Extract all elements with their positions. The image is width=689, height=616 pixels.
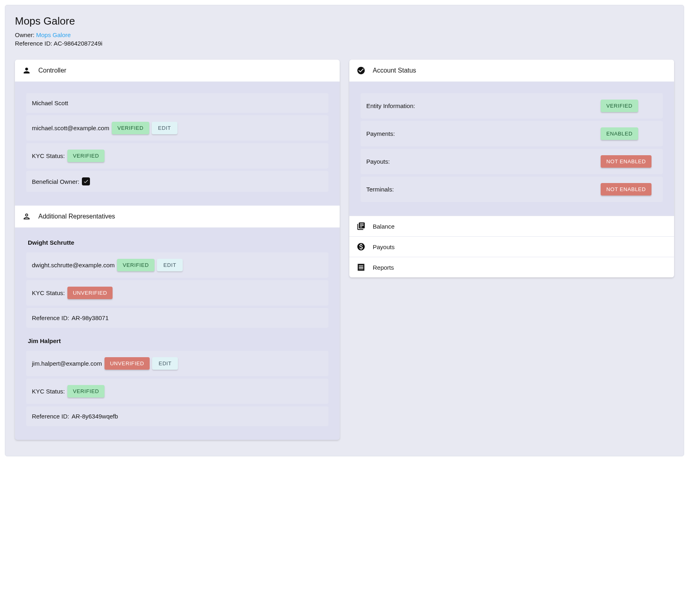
controller-email-status-badge: VERIFIED: [112, 122, 149, 134]
status-badge: ENABLED: [601, 127, 638, 140]
rep-email: jim.halpert@example.com: [32, 360, 102, 367]
controller-header[interactable]: Controller: [15, 60, 340, 82]
rep-kyc-row: KYC Status: VERIFIED: [26, 379, 328, 404]
account-status-body: Entity Information: VERIFIED Payments: E…: [349, 82, 674, 216]
accordion-label: Balance: [373, 223, 395, 230]
status-row-label: Entity Information:: [366, 102, 415, 109]
rep-kyc-row: KYC Status: UNVERIFIED: [26, 280, 328, 306]
status-badge: NOT ENABLED: [601, 183, 651, 196]
controller-name-row: Michael Scott: [26, 93, 328, 113]
additional-reps-label: Additional Representatives: [38, 213, 115, 220]
rep-email-status-badge: UNVERIFIED: [104, 357, 150, 370]
account-status-header[interactable]: Account Status: [349, 60, 674, 82]
additional-reps-header[interactable]: Additional Representatives: [15, 206, 340, 228]
controller-email-row: michael.scott@example.com VERIFIED EDIT: [26, 115, 328, 141]
status-row-payouts: Payouts: NOT ENABLED: [361, 149, 663, 174]
rep-ref-label: Reference ID:: [32, 413, 69, 420]
rep-edit-button[interactable]: EDIT: [152, 357, 178, 370]
owner-link[interactable]: Mops Galore: [36, 31, 71, 38]
rep-kyc-badge: VERIFIED: [67, 385, 105, 397]
rep-kyc-label: KYC Status:: [32, 388, 65, 395]
controller-kyc-label: KYC Status:: [32, 152, 65, 159]
status-row-label: Terminals:: [366, 186, 394, 193]
owner-label: Owner:: [15, 31, 36, 38]
controller-name: Michael Scott: [32, 100, 68, 106]
accordion-reports[interactable]: Reports: [349, 257, 674, 277]
status-row-payments: Payments: ENABLED: [361, 121, 663, 146]
status-row-label: Payouts:: [366, 158, 390, 165]
status-badge: VERIFIED: [601, 100, 638, 112]
person-icon: [22, 66, 31, 75]
account-status-card: Account Status Entity Information: VERIF…: [349, 60, 674, 277]
rep-email-row: dwight.schrutte@example.com VERIFIED EDI…: [26, 252, 328, 278]
owner-line: Owner: Mops Galore: [15, 31, 674, 38]
rep-edit-button[interactable]: EDIT: [157, 259, 183, 271]
reference-line: Reference ID: AC-98642087249i: [15, 40, 674, 47]
monetization-icon: [357, 242, 365, 251]
accordion-payouts[interactable]: Payouts: [349, 236, 674, 257]
rep-kyc-label: KYC Status:: [32, 289, 65, 296]
rep-ref-row: Reference ID: AR-8y6349wqefb: [26, 406, 328, 426]
page-title: Mops Galore: [15, 15, 674, 27]
controller-kyc-row: KYC Status: VERIFIED: [26, 143, 328, 169]
accordion-label: Payouts: [373, 243, 395, 250]
status-badge: NOT ENABLED: [601, 155, 651, 168]
check-circle-icon: [357, 66, 365, 75]
receipt-icon: [357, 263, 365, 272]
controller-kyc-badge: VERIFIED: [67, 150, 105, 162]
rep-kyc-badge: UNVERIFIED: [67, 287, 113, 299]
beneficial-owner-checkbox[interactable]: [82, 177, 90, 185]
left-column: Controller Michael Scott michael.scott@e…: [15, 60, 340, 440]
accordion-balance[interactable]: Balance: [349, 216, 674, 236]
account-status-label: Account Status: [373, 67, 416, 74]
page-container: Mops Galore Owner: Mops Galore Reference…: [5, 5, 684, 456]
person-outline-icon: [22, 212, 31, 221]
columns: Controller Michael Scott michael.scott@e…: [15, 60, 674, 440]
rep-email-row: jim.halpert@example.com UNVERIFIED EDIT: [26, 351, 328, 376]
status-row-entity: Entity Information: VERIFIED: [361, 93, 663, 119]
controller-label: Controller: [38, 67, 66, 74]
rep-ref-label: Reference ID:: [32, 314, 69, 321]
rep-name: Dwight Schrutte: [28, 239, 328, 246]
controller-body: Michael Scott michael.scott@example.com …: [15, 82, 340, 206]
reference-label: Reference ID:: [15, 40, 54, 47]
additional-reps-body: Dwight Schrutte dwight.schrutte@example.…: [15, 228, 340, 440]
reference-value: AC-98642087249i: [54, 40, 102, 47]
accordion-label: Reports: [373, 264, 394, 271]
rep-email-status-badge: VERIFIED: [117, 259, 155, 271]
rep-ref-value: AR-8y6349wqefb: [72, 413, 118, 420]
controller-beneficial-label: Beneficial Owner:: [32, 178, 79, 185]
status-row-terminals: Terminals: NOT ENABLED: [361, 177, 663, 202]
right-column: Account Status Entity Information: VERIF…: [349, 60, 674, 277]
controller-email: michael.scott@example.com: [32, 125, 109, 131]
rep-ref-row: Reference ID: AR-98y38071: [26, 308, 328, 328]
controller-edit-button[interactable]: EDIT: [152, 122, 177, 134]
rep-name: Jim Halpert: [28, 337, 328, 344]
status-row-label: Payments:: [366, 130, 395, 137]
rep-email: dwight.schrutte@example.com: [32, 262, 115, 268]
rep-ref-value: AR-98y38071: [72, 314, 109, 321]
controller-beneficial-row: Beneficial Owner:: [26, 171, 328, 192]
library-books-icon: [357, 222, 365, 231]
controller-card: Controller Michael Scott michael.scott@e…: [15, 60, 340, 440]
